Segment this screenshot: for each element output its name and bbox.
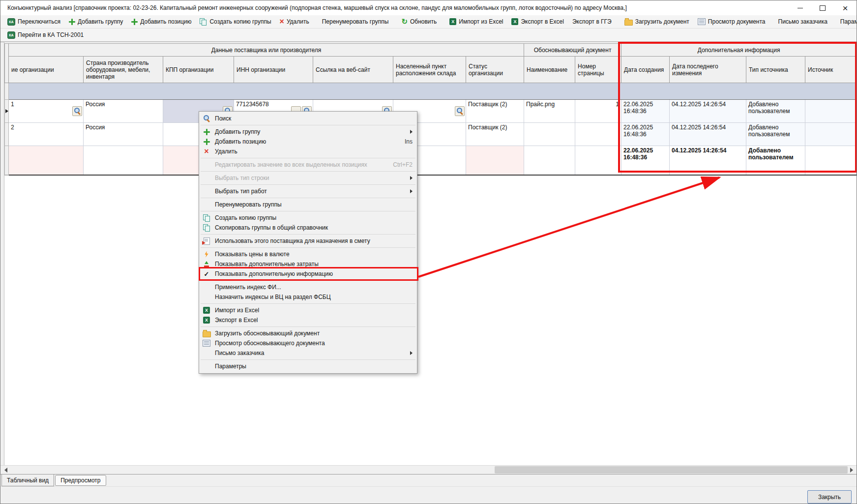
menu-item-use-supplier-for-estimate[interactable]: Использовать этого поставщика для назнач… [199,236,417,246]
cell-page-number[interactable] [575,123,621,146]
cell-modified-date[interactable]: 04.12.2025 14:26:54 [670,146,746,176]
cell-modified-date[interactable]: 04.12.2025 14:26:54 [670,100,746,123]
maximize-button[interactable] [811,0,834,15]
cell-source-type[interactable]: Добавлено пользователем [746,123,805,146]
column-header-inn[interactable]: ИНН организации [234,57,313,83]
cell-status[interactable] [466,146,524,176]
toolbar-export-gge-button[interactable]: Экспорт в ГГЭ [568,16,616,27]
scroll-left-button[interactable] [1,466,10,474]
cell-source[interactable] [805,100,857,123]
toolbar-add-group-button[interactable]: Добавить группу [65,16,127,27]
toolbar-add-position-button[interactable]: Добавить позицию [127,16,195,27]
cell-organization-name[interactable]: 2 [9,123,84,146]
cell-status[interactable]: Поставщик (2) [466,123,524,146]
toolbar-export-excel-button[interactable]: Экспорт в Excel [507,16,567,27]
cell-created-date[interactable]: 22.06.2025 16:48:36 [621,123,670,146]
cell-organization-name[interactable]: 1 [9,100,84,123]
cell-created-date[interactable]: 22.06.2025 16:48:36 [621,100,670,123]
column-header-page-number[interactable]: Номер страницы [575,57,621,83]
minimize-button[interactable] [789,0,811,15]
column-header-country[interactable]: Страна производитель оборудования, мебел… [84,57,163,83]
cell-modified-date[interactable]: 04.12.2025 14:26:54 [670,123,746,146]
selected-empty-row[interactable] [5,83,857,100]
group-header-supplier-data[interactable]: Данные поставщика или производителя [9,44,524,57]
scrollbar-thumb[interactable] [495,466,848,474]
lookup-button[interactable] [72,106,82,116]
table-row[interactable]: 2 Россия Поставщик (2) 22.06.2025 16:48:… [5,123,857,146]
toolbar-delete-button[interactable]: Удалить [276,16,313,28]
toolbar-switch-button[interactable]: Переключиться [3,16,64,28]
column-header-status[interactable]: Статус организации [466,57,524,83]
close-button[interactable] [834,0,857,15]
cell-source-type[interactable]: Добавлено пользователем [746,100,805,123]
toolbar-view-document-button[interactable]: Просмотр документа [694,16,769,27]
cell-organization-name[interactable] [9,146,84,176]
group-header-additional-info[interactable]: Дополнительная информация [621,44,857,57]
minimize-icon [798,8,803,8]
cell-status[interactable]: Поставщик (2) [466,100,524,123]
menu-item-delete[interactable]: Удалить [199,147,417,156]
menu-item-export-excel[interactable]: Экспорт в Excel [199,315,417,325]
view-tabs: Табличный вид Предпросмотр [0,474,857,486]
menu-item-show-currency-prices[interactable]: Показывать цены в валюте [199,249,417,259]
toolbar-goto-ka-tsn-button[interactable]: Перейти в КА ТСН-2001 [3,30,88,41]
cell-doc-name[interactable]: Прайс.png [524,100,575,123]
toolbar-customer-letter-button[interactable]: Письмо заказчика [774,16,831,27]
menu-item-assign-indexes-fsbc[interactable]: Назначить индексы и ВЦ на раздел ФСБЦ [199,292,417,302]
cell-country[interactable]: Россия [84,123,163,146]
menu-item-load-supporting-document[interactable]: Загрузить обосновывающий документ [199,328,417,338]
cell-country[interactable] [84,146,163,176]
column-header-modified-date[interactable]: Дата последнего изменения [670,57,746,83]
menu-item-import-excel[interactable]: Импорт из Excel [199,305,417,315]
toolbar-refresh-button[interactable]: Обновить [397,16,441,28]
cell-source[interactable] [805,123,857,146]
cell-doc-name[interactable] [524,146,575,176]
additional-costs-icon [204,261,209,267]
menu-item-search[interactable]: Поиск [199,114,417,123]
menu-item-show-additional-info[interactable]: Показывать дополнительную информацию [199,269,417,279]
column-header-source[interactable]: Источник [805,57,857,83]
menu-item-show-additional-costs[interactable]: Показывать дополнительные затраты [199,259,417,269]
tab-preview[interactable]: Предпросмотр [55,475,106,486]
toolbar-renumber-groups-button[interactable]: Перенумеровать группы [318,16,393,27]
menu-item-select-work-type[interactable]: Выбрать тип работ [199,186,417,196]
column-header-source-type[interactable]: Тип источника [746,57,805,83]
menu-item-copy-group[interactable]: Создать копию группы [199,213,417,223]
menu-item-view-supporting-document[interactable]: Просмотр обосновывающего документа [199,338,417,348]
table-row-summary[interactable]: 22.06.2025 16:48:36 04.12.2025 14:26:54 … [5,146,857,176]
selected-row-band[interactable] [9,83,857,100]
column-header-warehouse-city[interactable]: Населенный пункт расположения склада [393,57,466,83]
toolbar-copy-group-button[interactable]: Создать копию группы [196,16,275,27]
menu-item-parameters[interactable]: Параметры [199,361,417,371]
menu-item-add-group[interactable]: Добавить группу [199,127,417,137]
menu-item-renumber-groups[interactable]: Перенумеровать группы [199,200,417,209]
column-header-doc-name[interactable]: Наименование [524,57,575,83]
menu-item-customer-letter[interactable]: Письмо заказчика [199,348,417,358]
scroll-right-button[interactable] [847,466,856,474]
menu-item-apply-fi-index[interactable]: Применить индекс ФИ... [199,282,417,292]
column-header-organization-name[interactable]: ие организации [9,57,84,83]
toolbar-import-excel-button[interactable]: Импорт из Excel [445,16,507,27]
column-header-kpp[interactable]: КПП организации [163,57,234,83]
cell-source[interactable] [805,146,857,176]
cell-created-date[interactable]: 22.06.2025 16:48:36 [621,146,670,176]
group-header-supporting-document[interactable]: Обосновывающий документ [524,44,621,57]
toolbar-load-document-button[interactable]: Загрузить документ [621,16,693,28]
cell-page-number[interactable]: 1 [575,100,621,123]
cell-country[interactable]: Россия [84,100,163,123]
menu-item-copy-groups-to-shared[interactable]: Скопировать группы в общий справочник [199,223,417,233]
table-row[interactable]: 1 Россия 7712345678 … Поставщик (2) Прай… [5,100,857,123]
column-header-website[interactable]: Ссылка на веб-сайт [313,57,393,83]
cell-doc-name[interactable] [524,123,575,146]
menu-separator [199,123,417,127]
tab-table-view[interactable]: Табличный вид [1,474,54,486]
column-header-created-date[interactable]: Дата создания [621,57,670,83]
menu-item-add-position[interactable]: Добавить позициюIns [199,137,417,147]
toolbar-parameters-button[interactable]: Параметры [836,16,857,27]
horizontal-scrollbar[interactable] [0,465,857,474]
scroll-left-icon [4,468,7,473]
cell-page-number[interactable] [575,146,621,176]
lookup-button[interactable] [455,106,465,116]
close-dialog-button[interactable]: Закрыть [807,490,852,504]
cell-source-type[interactable]: Добавлено пользователем [746,146,805,176]
